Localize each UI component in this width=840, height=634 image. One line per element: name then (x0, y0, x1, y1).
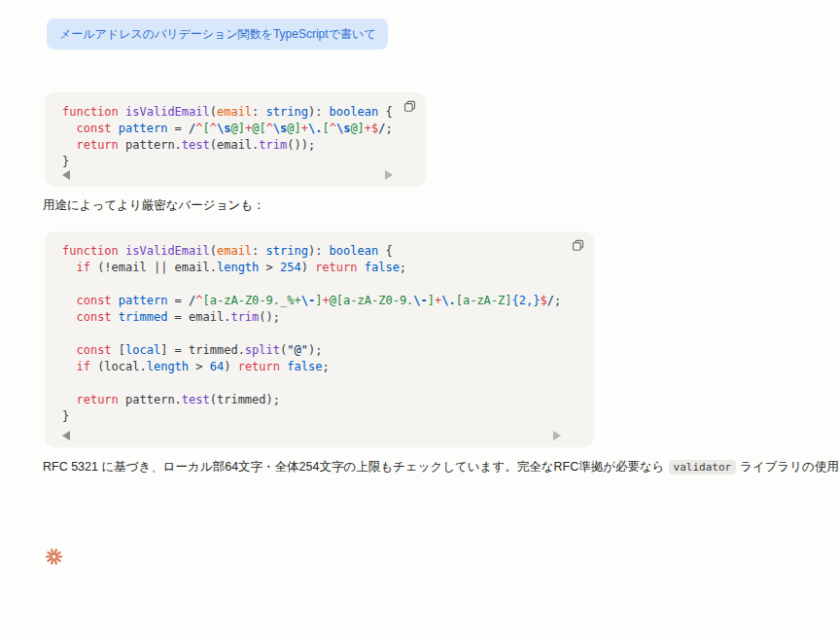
user-message-bubble: メールアドレスのバリデーション関数をTypeScriptで書いて (47, 18, 388, 50)
code-block-basic-validation: function isValidEmail(email: string): bo… (45, 92, 426, 187)
assistant-text-stricter-intro: 用途によってより厳密なバージョンも： (43, 196, 265, 215)
copy-code-button[interactable] (402, 98, 418, 115)
scroll-left-arrow-icon[interactable] (62, 431, 70, 440)
scroll-right-arrow-icon[interactable] (553, 431, 561, 440)
copy-icon (572, 239, 584, 252)
rfc-note-before: RFC 5321 に基づき、ローカル部64文字・全体254文字の上限もチェックし… (43, 460, 665, 474)
code-content: function isValidEmail(email: string): bo… (45, 92, 426, 170)
rfc-note-after: ライブラリの使用を推奨します。 (740, 460, 840, 474)
claude-star-icon (46, 547, 62, 566)
code-block-strict-validation: function isValidEmail(email: string): bo… (45, 231, 594, 447)
copy-code-button[interactable] (570, 237, 586, 254)
inline-code-validator: validator (669, 460, 737, 475)
copy-icon (403, 100, 416, 113)
user-message-text: メールアドレスのバリデーション関数をTypeScriptで書いて (59, 27, 375, 41)
assistant-text-rfc-note: RFC 5321 に基づき、ローカル部64文字・全体254文字の上限もチェックし… (43, 458, 840, 476)
scroll-left-arrow-icon[interactable] (62, 170, 70, 180)
code-content: function isValidEmail(email: string): bo… (45, 231, 594, 425)
chat-conversation-page: メールアドレスのバリデーション関数をTypeScriptで書いて functio… (0, 0, 840, 634)
scroll-right-arrow-icon[interactable] (385, 170, 393, 180)
